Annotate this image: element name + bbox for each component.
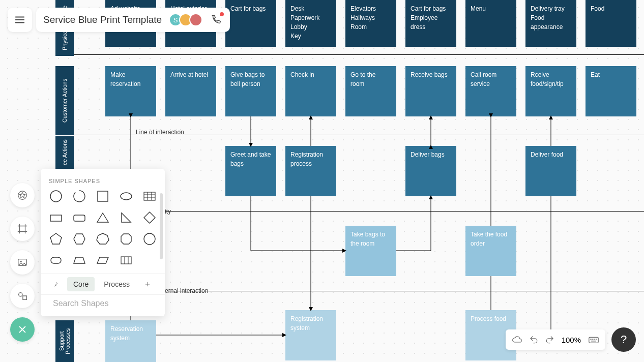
r1-c5[interactable]: Cart for bagsEmployee dress <box>405 0 456 47</box>
svg-point-17 <box>20 261 22 262</box>
shape-nonagon[interactable] <box>142 232 157 246</box>
r3-c5[interactable]: Deliver bags <box>405 146 456 196</box>
label-internal: ernal interaction <box>165 287 208 294</box>
undo-icon[interactable] <box>529 335 538 344</box>
hamburger-icon <box>14 14 25 25</box>
image-icon <box>17 257 28 268</box>
shape-parallelogram[interactable] <box>96 253 110 267</box>
cloud-icon[interactable] <box>512 335 522 345</box>
r2-c5[interactable]: Receive bags <box>405 66 456 116</box>
label-visibility: ity <box>165 208 171 215</box>
r3-c2[interactable]: Greet and take bags <box>225 146 276 196</box>
shape-hexagon[interactable] <box>72 232 86 246</box>
hamburger-menu[interactable] <box>8 8 32 32</box>
svg-point-21 <box>121 193 132 200</box>
zoom-level[interactable]: 100% <box>562 336 581 344</box>
svg-rect-24 <box>74 215 85 221</box>
help-button[interactable]: ? <box>611 327 636 352</box>
r3-c3[interactable]: Registration process <box>285 146 336 196</box>
lane-support: Support Processes <box>55 320 74 362</box>
r1-c7[interactable]: Delivery trayFood appearance <box>525 0 576 47</box>
svg-point-19 <box>50 191 62 202</box>
pin-icon <box>53 280 58 288</box>
r1-c3[interactable]: DeskPaperworkLobbyKey <box>285 0 336 47</box>
shape-right-triangle[interactable] <box>119 210 133 225</box>
r2-c1[interactable]: Arrive at hotel <box>165 66 216 116</box>
svg-rect-23 <box>50 215 62 221</box>
tab-core[interactable]: Core <box>67 277 95 291</box>
shape-table[interactable] <box>119 253 133 267</box>
r2-c8[interactable]: Eat <box>586 66 636 116</box>
avatars: S <box>169 13 202 26</box>
divider-1 <box>74 54 644 55</box>
svg-rect-27 <box>121 257 131 264</box>
shape-square[interactable] <box>96 189 110 203</box>
shapes-icon <box>17 290 28 301</box>
svg-rect-22 <box>144 192 155 200</box>
shape-trapezoid[interactable] <box>72 253 86 267</box>
shape-rounded-rect[interactable] <box>49 253 63 267</box>
scrollbar[interactable] <box>160 193 163 259</box>
pin-tab[interactable] <box>47 277 64 291</box>
r4-c4[interactable]: Take bags to the room <box>345 226 396 276</box>
title-card: Service Blue Print Template S <box>36 8 230 32</box>
tool-image[interactable] <box>10 250 35 275</box>
keyboard-icon[interactable] <box>588 334 599 345</box>
shape-ellipse[interactable] <box>119 189 133 203</box>
help-icon: ? <box>621 333 627 346</box>
star-icon <box>17 190 28 201</box>
shape-octagon[interactable] <box>119 232 133 246</box>
r2-c2[interactable]: Give bags to bell person <box>225 66 276 116</box>
shape-rect-round[interactable] <box>72 210 86 225</box>
r2-c0[interactable]: Make reservation <box>105 66 156 116</box>
lane-customer: Customer Actions <box>55 66 74 135</box>
shapes-title: SIMPLE SHAPES <box>41 169 165 189</box>
tool-shapes[interactable] <box>10 183 35 207</box>
tool-frame[interactable] <box>10 217 35 241</box>
r1-c2[interactable]: Cart for bags <box>225 0 276 47</box>
shape-arc[interactable] <box>72 189 86 203</box>
r2-c4[interactable]: Go to the room <box>345 66 396 116</box>
r3-c7[interactable]: Deliver food <box>525 146 576 196</box>
shape-grid[interactable] <box>142 189 157 203</box>
r5-c1[interactable]: Reservation system <box>105 320 156 362</box>
r5-c3[interactable]: Registration system <box>285 310 336 360</box>
shape-rect-wide[interactable] <box>49 210 63 225</box>
svg-point-18 <box>19 293 22 296</box>
tool-shapes2[interactable] <box>10 284 35 308</box>
shape-circle[interactable] <box>49 189 63 203</box>
notification-dot <box>220 12 224 16</box>
close-icon <box>17 324 28 335</box>
r2-c7[interactable]: Rceive food/sign/tip <box>525 66 576 116</box>
frame-icon <box>17 223 28 234</box>
redo-icon[interactable] <box>545 335 554 344</box>
tab-process[interactable]: Process <box>98 277 136 291</box>
svg-rect-26 <box>51 257 61 263</box>
svg-rect-32 <box>589 337 598 343</box>
shapes-panel: SIMPLE SHAPES Core Process <box>41 169 165 316</box>
r2-c3[interactable]: Check in <box>285 66 336 116</box>
shape-heptagon[interactable] <box>96 232 110 246</box>
svg-point-25 <box>144 233 155 245</box>
r1-c8[interactable]: Food <box>586 0 636 47</box>
avatar-3[interactable] <box>189 13 202 26</box>
shape-diamond[interactable] <box>142 210 157 225</box>
plus-icon <box>145 281 150 288</box>
shape-pentagon[interactable] <box>49 232 63 246</box>
r4-c6[interactable]: Take the food order <box>465 226 516 276</box>
shape-triangle[interactable] <box>96 210 110 225</box>
r2-c6[interactable]: Call room service <box>465 66 516 116</box>
r1-c4[interactable]: ElevatorsHallwaysRoom <box>345 0 396 47</box>
search-input[interactable] <box>53 299 155 308</box>
close-panel-button[interactable] <box>10 317 35 342</box>
svg-rect-20 <box>98 191 108 201</box>
call-button[interactable] <box>210 13 223 26</box>
phone-icon <box>211 14 222 25</box>
document-title[interactable]: Service Blue Print Template <box>43 14 162 25</box>
add-tab[interactable] <box>139 277 156 291</box>
lane-employee: ee Actions <box>55 136 74 169</box>
r1-c6[interactable]: Menu <box>465 0 516 47</box>
label-interaction: Line of interaction <box>136 129 184 136</box>
